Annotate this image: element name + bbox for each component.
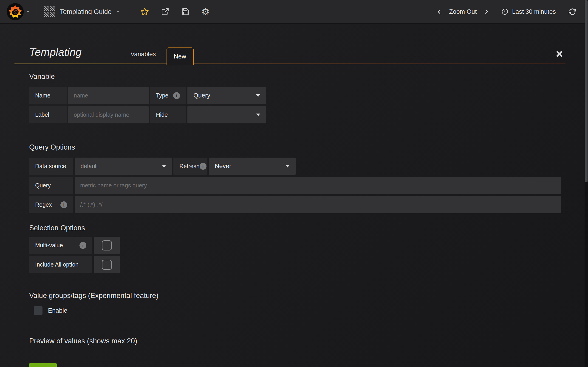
chevron-down-icon	[256, 114, 260, 116]
dashboard-title-dropdown[interactable]: Templating Guide	[36, 0, 130, 23]
include-all-row: Include All option	[29, 256, 561, 273]
multi-value-label: Multi-value i	[29, 237, 92, 254]
share-icon	[161, 8, 169, 16]
dashboard-caret-icon	[117, 11, 120, 12]
multi-value-checkbox[interactable]	[94, 237, 120, 254]
name-label: Name	[29, 87, 67, 104]
time-controls: Zoom Out Last 30 minutes	[436, 0, 588, 23]
query-options-heading: Query Options	[29, 143, 572, 151]
save-icon	[181, 8, 190, 16]
hide-label: Hide	[150, 106, 186, 123]
navbar-spacer	[210, 0, 436, 23]
time-range-picker[interactable]: Last 30 minutes	[502, 8, 556, 15]
variable-section: Variable Name Type i Query Label Hide	[29, 73, 572, 123]
clock-icon	[502, 8, 508, 15]
page-title: Templating	[29, 46, 110, 64]
add-button[interactable]: Add	[29, 363, 57, 367]
grafana-logo-icon	[6, 3, 24, 20]
refresh-info-icon[interactable]: i	[199, 163, 207, 170]
datasource-row: Data source default Refresh i Never	[29, 158, 561, 175]
navbar-actions: ⚙	[130, 0, 210, 23]
chevron-left-icon	[436, 9, 442, 15]
share-button[interactable]	[161, 8, 169, 16]
zoom-out-label: Zoom Out	[449, 8, 477, 15]
include-all-label: Include All option	[29, 256, 92, 273]
variable-row-2: Label Hide	[29, 106, 561, 123]
dashboard-grid-icon	[44, 6, 55, 17]
refresh-select-value: Never	[215, 163, 231, 170]
variable-row-1: Name Type i Query	[29, 87, 561, 104]
enable-label: Enable	[48, 307, 67, 314]
datasource-select[interactable]: default	[75, 158, 172, 175]
refresh-icon	[569, 8, 576, 15]
chevron-down-icon	[162, 165, 166, 167]
datasource-select-value: default	[81, 163, 98, 169]
type-info-icon[interactable]: i	[173, 92, 180, 99]
multi-value-row: Multi-value i	[29, 237, 561, 254]
tab-new[interactable]: New	[166, 48, 194, 65]
type-label: Type i	[150, 87, 186, 104]
datasource-label: Data source	[29, 158, 73, 175]
multi-value-info-icon[interactable]: i	[79, 242, 86, 249]
type-select-value: Query	[193, 92, 210, 99]
type-label-text: Type	[156, 92, 168, 99]
time-back-button[interactable]	[436, 9, 442, 15]
time-forward-button[interactable]	[484, 9, 489, 15]
save-button[interactable]	[181, 8, 190, 16]
star-button[interactable]	[140, 7, 149, 16]
logo-caret-icon	[27, 11, 29, 13]
page-header: Templating Variables New	[29, 24, 572, 64]
query-row: Query	[29, 177, 561, 194]
close-icon	[556, 50, 563, 57]
selection-options-section: Selection Options Multi-value i Include …	[29, 224, 572, 273]
preview-section: Preview of values (shows max 20)	[29, 337, 572, 345]
regex-label: Regex i	[29, 196, 73, 213]
preview-heading: Preview of values (shows max 20)	[29, 337, 572, 345]
checkbox-icon	[102, 260, 112, 270]
tab-variables[interactable]: Variables	[124, 51, 162, 64]
gear-icon: ⚙	[201, 7, 210, 16]
grafana-menu-button[interactable]	[0, 0, 36, 23]
refresh-label-text: Refresh	[179, 163, 199, 169]
settings-button[interactable]: ⚙	[201, 7, 210, 16]
checkbox-icon	[102, 240, 112, 250]
multi-value-label-text: Multi-value	[35, 242, 63, 249]
zoom-out-button[interactable]: Zoom Out	[449, 8, 477, 15]
variable-heading: Variable	[29, 73, 572, 81]
refresh-select[interactable]: Never	[209, 158, 296, 175]
label-input[interactable]	[68, 106, 149, 123]
value-groups-section: Value groups/tags (Experimental feature)…	[29, 292, 572, 315]
refresh-button[interactable]	[569, 8, 576, 15]
navbar: Templating Guide ⚙	[0, 0, 588, 24]
query-options-section: Query Options Data source default Refres…	[29, 143, 572, 213]
close-button[interactable]	[556, 50, 563, 57]
chevron-right-icon	[484, 9, 489, 15]
enable-row: Enable	[34, 306, 572, 315]
scrollbar-thumb[interactable]	[585, 0, 588, 182]
tabs: Variables New	[110, 48, 194, 64]
time-range-label: Last 30 minutes	[512, 8, 556, 15]
scrollbar-track	[585, 0, 588, 367]
regex-input[interactable]	[75, 196, 561, 213]
query-input[interactable]	[75, 177, 561, 194]
dashboard-title: Templating Guide	[60, 8, 112, 16]
regex-row: Regex i	[29, 196, 561, 213]
value-groups-heading: Value groups/tags (Experimental feature)	[29, 292, 572, 300]
query-label: Query	[29, 177, 73, 194]
regex-info-icon[interactable]: i	[61, 201, 67, 208]
enable-checkbox[interactable]	[34, 306, 43, 315]
selection-options-heading: Selection Options	[29, 224, 572, 232]
chevron-down-icon	[256, 94, 260, 97]
refresh-label: Refresh i	[173, 158, 208, 175]
name-input[interactable]	[68, 87, 149, 104]
star-icon	[140, 7, 149, 16]
chevron-down-icon	[285, 165, 290, 167]
regex-label-text: Regex	[35, 201, 52, 208]
settings-view: Templating Variables New Variable Name T…	[0, 24, 588, 367]
include-all-checkbox[interactable]	[94, 256, 120, 273]
type-select[interactable]: Query	[187, 87, 266, 104]
label-label: Label	[29, 106, 67, 123]
hide-select[interactable]	[187, 106, 266, 123]
